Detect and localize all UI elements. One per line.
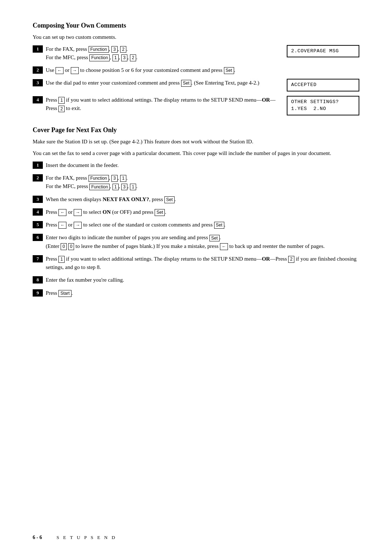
coverpage-step-7: 7 Press 1 if you want to select addition…: [33, 255, 359, 272]
cp-step-num-3: 3: [33, 196, 43, 203]
key-1-cp2b: 1: [113, 184, 119, 191]
composing-step-4-row: Press 1 if you want to select additional…: [46, 96, 359, 115]
key-1-cp2a: 1: [120, 175, 126, 182]
key-1-cp2c: 1: [130, 184, 136, 191]
arrow-right-icon: →: [71, 67, 79, 74]
composing-step-2-content: Use ← or → to choose position 5 or 6 for…: [46, 66, 359, 74]
coverpage-step-3-content: When the screen displays NEXT FAX ONLY?,…: [46, 195, 359, 204]
step-num-2: 2: [33, 66, 43, 74]
key-2-exit: 2: [58, 106, 65, 113]
page-content: Composing Your Own Comments You can set …: [0, 0, 392, 337]
coverpage-step-4-content: Press ← or → to select ON (or OFF) and p…: [46, 208, 359, 216]
composing-step-3-row: Use the dial pad to enter your customize…: [46, 79, 359, 91]
coverpage-step-3: 3 When the screen displays NEXT FAX ONLY…: [33, 195, 359, 204]
coverpage-intro-2: You can set the fax to send a cover page…: [33, 149, 359, 158]
lcd-accepted: ACCEPTED: [287, 79, 359, 91]
arrow-right-cp5: →: [74, 222, 82, 229]
coverpage-step-1: 1 Insert the document in the feeder.: [33, 161, 359, 170]
composing-steps: 1 For the FAX, press Function, 3, 2. For…: [33, 45, 359, 115]
footer-section: S E T U P S E N D: [57, 535, 117, 540]
coverpage-step-2-content: For the FAX, press Function, 3, 1. For t…: [46, 174, 359, 191]
composing-step-3-content: Use the dial pad to enter your customize…: [46, 79, 359, 91]
cp-step-num-4: 4: [33, 208, 43, 216]
key-3a: 3: [111, 46, 118, 53]
cp-step-num-2: 2: [33, 174, 43, 181]
section-composing: Composing Your Own Comments You can set …: [33, 22, 359, 115]
key-1-settings: 1: [58, 97, 65, 104]
composing-step-1-content: For the FAX, press Function, 3, 2. For t…: [46, 45, 359, 62]
composing-step-2: 2 Use ← or → to choose position 5 or 6 f…: [33, 66, 359, 74]
coverpage-step-9-content: Press Start.: [46, 289, 359, 297]
coverpage-step-5: 5 Press ← or → to select one of the stan…: [33, 221, 359, 229]
composing-step-3: 3 Use the dial pad to enter your customi…: [33, 79, 359, 91]
composing-step-4-content: Press 1 if you want to select additional…: [46, 96, 359, 115]
coverpage-step-8-content: Enter the fax number you're calling.: [46, 276, 359, 284]
section-composing-intro: You can set up two custom comments.: [33, 33, 359, 41]
coverpage-step-6: 6 Enter two digits to indicate the numbe…: [33, 233, 359, 250]
lcd-coverpage-msg: 2.COVERPAGE MSG: [287, 45, 359, 58]
coverpage-step-5-content: Press ← or → to select one of the standa…: [46, 221, 359, 229]
key-3-cp2a: 3: [111, 175, 118, 182]
cp-step-num-1: 1: [33, 162, 43, 169]
coverpage-step-6-content: Enter two digits to indicate the number …: [46, 233, 359, 250]
key-3b: 3: [121, 54, 127, 61]
section-coverpage-heading: Cover Page for Next Fax Only: [33, 126, 359, 134]
coverpage-step-1-content: Insert the document in the feeder.: [46, 161, 359, 170]
key-set-3: Set: [181, 80, 191, 87]
coverpage-intro-1: Make sure the Station ID is set up. (See…: [33, 138, 359, 146]
key-2b: 2: [130, 54, 136, 61]
key-set-cp6: Set: [209, 235, 220, 242]
arrow-left-cp5: ←: [58, 222, 66, 229]
cp-step-num-6: 6: [33, 234, 43, 241]
coverpage-step-4: 4 Press ← or → to select ON (or OFF) and…: [33, 208, 359, 216]
composing-step-3-text: Use the dial pad to enter your customize…: [46, 79, 276, 87]
key-start-cp9: Start: [58, 290, 71, 297]
cp-step-num-9: 9: [33, 289, 43, 297]
key-set-cp5: Set: [214, 222, 224, 229]
composing-step-1: 1 For the FAX, press Function, 3, 2. For…: [33, 45, 359, 62]
arrow-left-icon: ←: [56, 67, 64, 74]
key-1-cp7: 1: [58, 256, 65, 263]
key-set-cp4: Set: [155, 209, 165, 216]
cp-step-num-8: 8: [33, 276, 43, 283]
coverpage-step-9: 9 Press Start.: [33, 289, 359, 297]
coverpage-step-7-content: Press 1 if you want to select additional…: [46, 255, 359, 272]
lcd-other-settings: OTHER SETTINGS? 1.YES 2.NO: [287, 96, 359, 115]
arrow-right-cp4: →: [74, 209, 82, 216]
coverpage-step-8: 8 Enter the fax number you're calling.: [33, 276, 359, 284]
key-2a: 2: [120, 46, 126, 53]
section-coverpage: Cover Page for Next Fax Only Make sure t…: [33, 126, 359, 297]
key-function-cp2b: Function: [89, 184, 110, 191]
step-num-1: 1: [33, 45, 43, 53]
composing-step-1-row: For the FAX, press Function, 3, 2. For t…: [46, 45, 359, 62]
key-1a: 1: [113, 54, 119, 61]
arrow-back-cp6: ←: [220, 243, 228, 250]
key-set-cp3: Set: [164, 196, 175, 203]
composing-step-4-text: Press 1 if you want to select additional…: [46, 96, 276, 113]
key-function: Function: [89, 46, 109, 53]
composing-step-1-text: For the FAX, press Function, 3, 2. For t…: [46, 45, 276, 62]
cp-step-num-5: 5: [33, 221, 43, 228]
section-composing-heading: Composing Your Own Comments: [33, 22, 359, 29]
key-function-b: Function: [89, 54, 110, 61]
footer: 6 - 6 S E T U P S E N D: [0, 535, 392, 540]
key-2-cp7: 2: [288, 256, 294, 263]
arrow-left-cp4: ←: [58, 209, 66, 216]
key-function-cp2a: Function: [89, 175, 109, 182]
step-num-3: 3: [33, 79, 43, 86]
key-3-cp2b: 3: [121, 184, 127, 191]
cp-step-num-7: 7: [33, 255, 43, 262]
coverpage-steps: 1 Insert the document in the feeder. 2 F…: [33, 161, 359, 297]
coverpage-step-2: 2 For the FAX, press Function, 3, 1. For…: [33, 174, 359, 191]
footer-page-num: 6 - 6: [33, 535, 42, 540]
key-0a-cp6: 0: [61, 243, 67, 250]
key-set-2: Set: [224, 67, 234, 74]
composing-step-4: 4 Press 1 if you want to select addition…: [33, 96, 359, 115]
key-0b-cp6: 0: [68, 243, 74, 250]
step-num-4: 4: [33, 96, 43, 103]
